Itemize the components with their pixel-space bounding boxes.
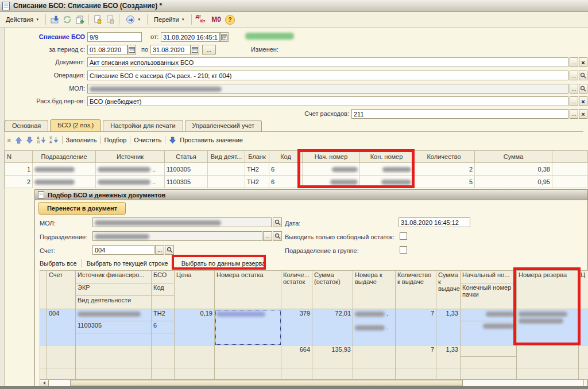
tab-management[interactable]: Управленческий учет — [185, 120, 262, 132]
period-more-button[interactable]: ... — [202, 45, 216, 55]
col-header-article[interactable]: Статья — [165, 151, 208, 163]
select-by-row-button[interactable]: Выбрать по текущей строке — [87, 260, 168, 267]
dialog-mol-input[interactable] — [92, 217, 272, 227]
tab-main[interactable]: Основная — [5, 120, 48, 132]
dt-kt-icon[interactable]: Дт Кт — [195, 14, 208, 25]
col-header-sum[interactable]: Сумма — [475, 151, 552, 163]
table-row-selected[interactable]: 004 ТН2 0,19 379 72,01 . . 7 1,33 — [40, 309, 588, 321]
col-header-rest-qty[interactable]: Количе... остаток — [281, 271, 312, 309]
operation-input[interactable] — [87, 71, 568, 80]
scrollbar-thumb[interactable] — [70, 380, 463, 386]
refresh-icon[interactable] — [61, 14, 73, 25]
set-value-button[interactable]: Проставить значение — [180, 137, 243, 143]
col-header-n[interactable]: N — [5, 151, 33, 163]
col-header-ekr[interactable]: ЭКР — [76, 283, 152, 296]
cell-sum[interactable]: 0,95 — [475, 176, 552, 188]
cell-empty[interactable] — [436, 368, 461, 380]
cell-issue-numbers[interactable]: . . — [353, 309, 396, 345]
empty-row[interactable] — [40, 368, 588, 380]
doc-datetime-input[interactable] — [161, 32, 220, 42]
move-down-icon[interactable] — [26, 137, 33, 144]
cell-source[interactable] — [76, 309, 152, 321]
delete-row-icon[interactable]: × — [7, 136, 11, 145]
move-up-icon[interactable] — [15, 137, 22, 144]
mol-select-button[interactable]: ... — [570, 84, 578, 94]
select-all-button[interactable]: Выбрать все — [40, 260, 77, 267]
calendar-button[interactable] — [220, 32, 229, 42]
pick-button[interactable]: Подбор — [105, 137, 127, 143]
col-header-account[interactable]: Счет — [47, 271, 76, 309]
mol-input[interactable] — [87, 84, 568, 94]
dialog-account-select-button[interactable]: ... — [155, 245, 164, 255]
doc-number-input[interactable] — [87, 32, 142, 42]
cell-source[interactable]: .. — [96, 176, 165, 188]
dialog-mol-open-button[interactable] — [273, 217, 282, 227]
cell-blank[interactable]: ТН2 — [245, 176, 269, 188]
operation-select-button[interactable]: ... — [570, 71, 578, 80]
cell-price[interactable]: 0,19 — [175, 309, 215, 345]
cell-empty[interactable] — [152, 368, 175, 380]
rbp-select-button[interactable]: ... — [570, 96, 578, 106]
col-header-source[interactable]: Источник — [96, 151, 165, 163]
cell-empty[interactable] — [281, 368, 312, 380]
col-header-price[interactable]: Цена — [175, 271, 215, 309]
fill-button[interactable]: Заполнить — [66, 137, 97, 143]
cell-rest-numbers-active[interactable] — [215, 309, 281, 345]
cell-department[interactable] — [33, 176, 96, 188]
col-header-qty[interactable]: Количество — [413, 151, 475, 163]
cell-empty[interactable] — [312, 368, 353, 380]
cell-article[interactable]: 1100305 — [165, 176, 208, 188]
table-row[interactable]: 1 .. 1100305 ТН2 6 2 0,38 — [5, 163, 588, 176]
cell-sum[interactable]: 0,38 — [475, 163, 552, 176]
cell-bso[interactable]: ТН2 — [152, 309, 175, 321]
col-header-pack-end[interactable]: Конечный номер пачки — [461, 283, 517, 309]
col-header-rest-sum[interactable]: Сумма (остаток) — [312, 271, 353, 309]
tab-print-settings[interactable]: Настройки для печати — [103, 120, 183, 132]
col-header-rest-numbers[interactable]: Номера остатка — [215, 271, 281, 309]
cell-blank[interactable]: ТН2 — [245, 163, 269, 176]
dialog-department-open-button[interactable] — [273, 231, 282, 241]
scroll-left-button[interactable] — [40, 380, 49, 386]
cell-activity[interactable] — [208, 163, 245, 176]
dialog-date-input[interactable] — [399, 217, 470, 227]
dialog-department-select-button[interactable]: ... — [263, 231, 272, 241]
cell-rest-sum[interactable]: 72,01 — [312, 309, 353, 345]
m0-icon[interactable]: М0 — [210, 14, 223, 25]
cell-empty[interactable] — [396, 368, 436, 380]
cell-n[interactable]: 2 — [5, 176, 33, 188]
document-clear-button[interactable]: × — [579, 57, 587, 67]
rbp-input[interactable] — [87, 96, 568, 106]
cell-activity[interactable] — [76, 333, 152, 345]
copy-icon[interactable] — [74, 14, 86, 25]
expense-account-input[interactable] — [351, 109, 568, 119]
cell-n[interactable]: 1 — [5, 163, 33, 176]
cell-rest-qty[interactable]: 379 — [281, 309, 312, 345]
cell-issue-qty[interactable]: 7 — [396, 309, 436, 345]
sort-desc-icon[interactable]: ЯА — [49, 136, 59, 144]
rbp-clear-button[interactable]: × — [579, 96, 587, 106]
expense-account-clear-button[interactable]: × — [579, 109, 587, 119]
dialog-department-input[interactable] — [92, 231, 262, 241]
cell-source[interactable]: .. — [96, 163, 165, 176]
cell-account[interactable]: 004 — [47, 309, 76, 345]
output-menu-button[interactable]: ▼ — [122, 14, 144, 25]
cell-empty[interactable] — [47, 368, 76, 380]
expense-account-select-button[interactable]: ... — [570, 109, 578, 119]
col-header-bso[interactable]: БСО — [152, 271, 175, 283]
cell-activity[interactable] — [208, 176, 245, 188]
sort-asc-icon[interactable]: АЯ — [37, 136, 46, 144]
cell-empty[interactable] — [175, 368, 215, 380]
actions-menu-button[interactable]: Действия ▼ — [2, 14, 42, 25]
cell-qty[interactable]: 5 — [413, 176, 475, 188]
period-from-input[interactable] — [87, 45, 127, 55]
help-button[interactable]: ? — [225, 14, 236, 25]
cell-empty[interactable] — [517, 368, 579, 380]
unpost-document-icon[interactable] — [105, 14, 116, 25]
post-document-icon[interactable] — [92, 14, 103, 25]
transfer-to-document-button[interactable]: Перенести в документ — [38, 202, 126, 215]
cell-qty[interactable]: 2 — [413, 163, 475, 176]
col-header-source[interactable]: Источник финансиро... — [76, 271, 152, 283]
document-input[interactable] — [87, 57, 568, 67]
col-header-issue-qty[interactable]: Количество к выдаче — [396, 271, 436, 309]
save-icon[interactable] — [49, 14, 60, 25]
